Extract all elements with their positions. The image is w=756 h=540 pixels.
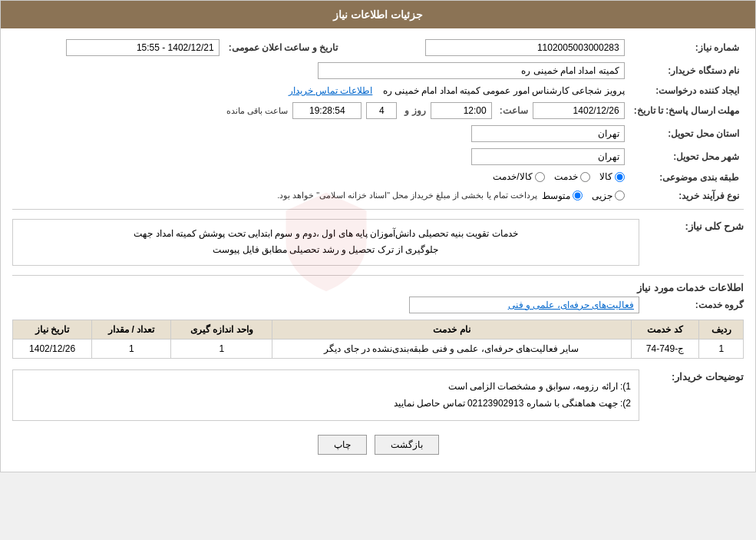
announce-label: تاریخ و ساعت اعلان عمومی: xyxy=(224,36,342,59)
buyer-notes-row: توضیحات خریدار: 1): ارائه رزومه، سوابق و… xyxy=(12,365,744,426)
category-khedmat-label: خدمت xyxy=(554,171,578,182)
deadline-value: 1402/12/26 ساعت: 12:00 روز و 4 19:28:54 … xyxy=(12,99,629,122)
creator-value: پرویز شجاعی کارشناس امور عمومی کمیته امد… xyxy=(12,82,629,99)
creator-label: ایجاد کننده درخواست: xyxy=(629,82,744,99)
purchase-option-motavasset[interactable]: متوسط xyxy=(542,190,583,201)
province-input[interactable]: تهران xyxy=(471,125,625,142)
province-row: استان محل تحویل: تهران xyxy=(12,122,744,145)
creator-link[interactable]: اطلاعات تماس خریدار xyxy=(289,85,373,96)
category-option-kala-khedmat[interactable]: کالا/خدمت xyxy=(493,171,544,182)
creator-row: ایجاد کننده درخواست: پرویز شجاعی کارشناس… xyxy=(12,82,744,99)
need-number-value: 1102005003000283 xyxy=(358,36,629,59)
divider-2 xyxy=(12,275,744,276)
purchase-jozii-label: جزیی xyxy=(592,190,612,201)
province-label: استان محل تحویل: xyxy=(629,122,744,145)
category-radio-kala[interactable] xyxy=(615,172,625,182)
purchase-type-row: نوع فرآیند خرید: جزیی متوسط xyxy=(12,187,744,204)
col-unit: واحد اندازه گیری xyxy=(171,320,272,339)
deadline-label: مهلت ارسال پاسخ: تا تاریخ: xyxy=(629,99,744,122)
content-area: شماره نیاز: 1102005003000283 تاریخ و ساع… xyxy=(1,28,755,472)
purchase-note: پرداخت تمام یا بخشی از مبلغ خریداز محل "… xyxy=(277,190,537,200)
announce-input[interactable]: 1402/12/21 - 15:55 xyxy=(66,39,220,56)
buyer-org-input[interactable]: کمیته امداد امام خمینی ره xyxy=(318,62,625,79)
buyer-note-item: 2): جهت هماهنگی با شماره 02123902913 تما… xyxy=(21,395,631,412)
services-table: ردیف کد خدمت نام خدمت واحد اندازه گیری ت… xyxy=(12,320,744,359)
announce-value: 1402/12/21 - 15:55 xyxy=(12,36,224,59)
city-value: تهران xyxy=(12,145,629,168)
deadline-clock-input[interactable]: 19:28:54 xyxy=(292,102,361,119)
services-table-body: 1 ج-749-74 سایر فعالیت‌های حرفه‌ای، علمی… xyxy=(13,339,744,358)
city-row: شهر محل تحویل: تهران xyxy=(12,145,744,168)
purchase-option-jozii[interactable]: جزیی xyxy=(592,190,625,201)
deadline-time-label: ساعت: xyxy=(500,105,528,116)
deadline-time-input[interactable]: 12:00 xyxy=(431,102,492,119)
buyer-org-row: نام دستگاه خریدار: کمیته امداد امام خمین… xyxy=(12,59,744,82)
service-group-value[interactable]: فعالیت‌های حرفه‌ای، علمی و فنی xyxy=(508,300,634,310)
services-table-header-row: ردیف کد خدمت نام خدمت واحد اندازه گیری ت… xyxy=(13,320,744,339)
services-table-head: ردیف کد خدمت نام خدمت واحد اندازه گیری ت… xyxy=(13,320,744,339)
city-label: شهر محل تحویل: xyxy=(629,145,744,168)
buyer-org-label: نام دستگاه خریدار: xyxy=(629,59,744,82)
services-section-label: اطلاعات خدمات مورد نیاز xyxy=(12,282,744,293)
category-label: طبقه بندی موضوعی: xyxy=(629,168,744,187)
cell-qty: 1 xyxy=(92,339,171,358)
deadline-days-label: روز و xyxy=(404,105,425,116)
category-radio-khedmat[interactable] xyxy=(580,172,590,182)
col-name: نام خدمت xyxy=(272,320,631,339)
print-button[interactable]: چاپ xyxy=(318,435,367,455)
cell-date: 1402/12/26 xyxy=(13,339,92,358)
col-date: تاریخ نیاز xyxy=(13,320,92,339)
page-wrapper: جزئیات اطلاعات نیاز شماره نیاز: 11020050… xyxy=(0,0,756,472)
buyer-org-value: کمیته امداد امام خمینی ره xyxy=(12,59,629,82)
buyer-notes-label: توضیحات خریدار: xyxy=(644,371,744,383)
cell-code: ج-749-74 xyxy=(631,339,699,358)
need-number-input[interactable]: 1102005003000283 xyxy=(425,39,625,56)
category-radio-kala-khedmat[interactable] xyxy=(535,172,545,182)
description-box: خدمات تقویت بنیه تحصیلی دانش‌آموزان پایه… xyxy=(12,219,639,266)
category-radio-group: کالا خدمت کالا/خدمت xyxy=(493,171,624,182)
page-header: جزئیات اطلاعات نیاز xyxy=(1,1,755,28)
purchase-type-label: نوع فرآیند خرید: xyxy=(629,187,744,204)
deadline-remaining-label: ساعت باقی مانده xyxy=(226,106,288,116)
category-options: کالا خدمت کالا/خدمت xyxy=(12,168,629,187)
purchase-type-value: جزیی متوسط پرداخت تمام یا بخشی از مبلغ خ… xyxy=(12,187,629,204)
divider-1 xyxy=(12,209,744,210)
service-group-input[interactable]: فعالیت‌های حرفه‌ای، علمی و فنی xyxy=(409,297,639,313)
category-row: طبقه بندی موضوعی: کالا خدمت xyxy=(12,168,744,187)
category-kala-label: کالا xyxy=(599,171,612,182)
buttons-row: بازگشت چاپ xyxy=(12,435,744,455)
category-kala-khedmat-label: کالا/خدمت xyxy=(493,171,532,182)
table-row: 1 ج-749-74 سایر فعالیت‌های حرفه‌ای، علمی… xyxy=(13,339,744,358)
need-number-row: شماره نیاز: 1102005003000283 تاریخ و ساع… xyxy=(12,36,744,59)
description-line1: خدمات تقویت بنیه تحصیلی دانش‌آموزان پایه… xyxy=(19,226,632,243)
category-option-kala[interactable]: کالا xyxy=(599,171,625,182)
info-table: شماره نیاز: 1102005003000283 تاریخ و ساع… xyxy=(12,36,744,204)
cell-name: سایر فعالیت‌های حرفه‌ای، علمی و فنی طبقه… xyxy=(272,339,631,358)
description-line2: جلوگیری از ترک تحصیل و رشد تحصیلی مطابق … xyxy=(19,242,632,259)
deadline-row: مهلت ارسال پاسخ: تا تاریخ: 1402/12/26 سا… xyxy=(12,99,744,122)
cell-unit: 1 xyxy=(171,339,272,358)
purchase-radio-group: جزیی متوسط xyxy=(542,190,625,201)
purchase-motavasset-label: متوسط xyxy=(542,190,570,201)
description-label: شرح کلی نیاز: xyxy=(644,220,744,232)
buyer-notes-box: 1): ارائه رزومه، سوابق و مشخصات الزامی ا… xyxy=(12,369,639,422)
purchase-radio-motavasset[interactable] xyxy=(573,190,583,200)
buyer-note-item: 1): ارائه رزومه، سوابق و مشخصات الزامی ا… xyxy=(21,378,631,396)
city-input[interactable]: تهران xyxy=(471,148,625,165)
col-qty: تعداد / مقدار xyxy=(92,320,171,339)
service-group-label: گروه خدمت: xyxy=(644,300,744,310)
service-group-row: گروه خدمت: فعالیت‌های حرفه‌ای، علمی و فن… xyxy=(12,297,744,313)
page-title: جزئیات اطلاعات نیاز xyxy=(333,8,423,21)
col-row: ردیف xyxy=(699,320,744,339)
deadline-date-input[interactable]: 1402/12/26 xyxy=(533,102,625,119)
deadline-days-input[interactable]: 4 xyxy=(366,102,397,119)
creator-text: پرویز شجاعی کارشناس امور عمومی کمیته امد… xyxy=(383,85,625,96)
deadline-row-flex: 1402/12/26 ساعت: 12:00 روز و 4 19:28:54 … xyxy=(17,102,625,119)
purchase-radio-jozii[interactable] xyxy=(615,190,625,200)
category-option-khedmat[interactable]: خدمت xyxy=(554,171,590,182)
purchase-type-flex: جزیی متوسط پرداخت تمام یا بخشی از مبلغ خ… xyxy=(17,190,625,201)
description-area: خدمات تقویت بنیه تحصیلی دانش‌آموزان پایه… xyxy=(12,214,639,270)
col-code: کد خدمت xyxy=(631,320,699,339)
province-value: تهران xyxy=(12,122,629,145)
back-button[interactable]: بازگشت xyxy=(375,435,439,455)
